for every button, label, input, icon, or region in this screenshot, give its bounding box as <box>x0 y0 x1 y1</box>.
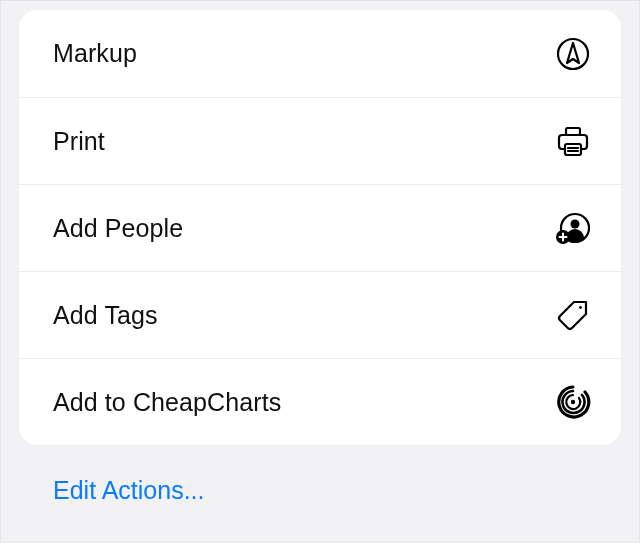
row-label: Add People <box>53 214 183 243</box>
edit-actions-link[interactable]: Edit Actions... <box>53 476 204 505</box>
row-add-people[interactable]: Add People <box>19 184 621 271</box>
print-icon <box>553 121 593 161</box>
action-sheet: Markup Print Add People <box>19 10 621 445</box>
row-markup[interactable]: Markup <box>19 10 621 97</box>
cheapcharts-icon <box>553 382 593 422</box>
row-label: Print <box>53 127 105 156</box>
svg-point-10 <box>579 306 582 309</box>
markup-icon <box>553 34 593 74</box>
row-add-cheapcharts[interactable]: Add to CheapCharts <box>19 358 621 445</box>
svg-rect-2 <box>565 144 581 155</box>
svg-point-6 <box>571 220 580 229</box>
row-label: Add Tags <box>53 301 158 330</box>
row-label: Add to CheapCharts <box>53 388 281 417</box>
row-add-tags[interactable]: Add Tags <box>19 271 621 358</box>
row-label: Markup <box>53 39 137 68</box>
svg-point-11 <box>571 400 575 404</box>
add-people-icon <box>553 208 593 248</box>
tag-icon <box>553 295 593 335</box>
row-print[interactable]: Print <box>19 97 621 184</box>
